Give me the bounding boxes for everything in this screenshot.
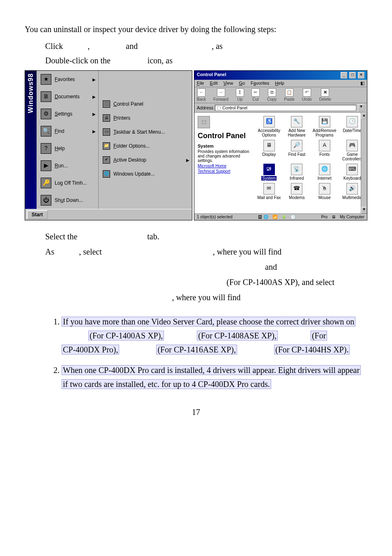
- menu-logo-icon: ◧: [360, 81, 364, 86]
- tb-delete[interactable]: ✖Delete: [319, 88, 331, 102]
- w-comma: ,: [88, 42, 90, 51]
- cp-item-fonts[interactable]: AFonts: [311, 139, 338, 162]
- menu-find[interactable]: 🔍 Find▶: [37, 123, 98, 140]
- post-screenshot-text: Select the tab. As , select , where you …: [25, 232, 367, 302]
- submenu-folder[interactable]: 📁 Folder Options...: [99, 139, 192, 153]
- submenu-taskbar[interactable]: ▭ Taskbar & Start Menu...: [99, 125, 192, 139]
- sidebar-link-techsupport[interactable]: Technical Support: [198, 169, 251, 174]
- scroll-down-button[interactable]: ▼: [361, 207, 367, 213]
- taskbar-icon: ▭: [103, 128, 110, 136]
- menu-help[interactable]: ? Help: [37, 140, 98, 157]
- tb-back[interactable]: ←Back: [197, 88, 206, 102]
- menu-documents[interactable]: 🗎 Documents▶: [37, 88, 98, 105]
- menu-edit[interactable]: Edit: [210, 81, 218, 86]
- documents-icon: 🗎: [41, 91, 51, 102]
- submenu-printers[interactable]: 🖨 Printers: [99, 111, 192, 125]
- cp-scrollbar[interactable]: ▲ ▼: [361, 113, 367, 213]
- sidebar-link-mshome[interactable]: Microsoft Home: [198, 164, 251, 168]
- tb-undo[interactable]: ↶Undo: [302, 88, 312, 102]
- w-dbl: Double-click on the: [45, 56, 111, 65]
- w-where: , where you will find: [213, 247, 281, 256]
- sidebar-cp-icon: ⬚: [198, 116, 210, 128]
- status-pro: Pro: [321, 215, 327, 219]
- minimize-button[interactable]: _: [341, 72, 347, 79]
- w-and: and: [126, 42, 138, 51]
- tb-copy[interactable]: ⧉Copy: [267, 88, 277, 102]
- tb-paste[interactable]: 📋Paste: [284, 88, 295, 102]
- submenu-update[interactable]: 🌐 Windows Update...: [99, 167, 192, 181]
- note2-line2: if two cards are installed, etc. for up …: [62, 379, 271, 389]
- menu-run[interactable]: ▶ Run...: [37, 157, 98, 174]
- w-forcp: (For CP-1400AS XP), and select: [226, 278, 334, 287]
- w-as: , as: [212, 42, 223, 51]
- cp-window-buttons: _ □ ×: [340, 72, 364, 79]
- tray-divider: 📶: [272, 215, 277, 219]
- logoff-label: Log Off Timh...: [55, 180, 87, 186]
- step-line-2: Double-click on the icon, as: [25, 56, 367, 65]
- cp-addressbar: Address ⬚ Control Panel ▼: [194, 103, 367, 113]
- menu-go[interactable]: Go: [239, 81, 245, 86]
- w-selectthe: Select the: [45, 232, 77, 241]
- w-click: Click: [45, 42, 63, 51]
- note1-cp1404: (For CP-1404HS XP).: [274, 345, 350, 354]
- help-icon: ?: [41, 143, 51, 154]
- menu-file[interactable]: File: [197, 81, 204, 86]
- shutdown-icon: ⏻: [41, 195, 51, 206]
- cp-item-addnew[interactable]: 🔧Add New Hardware: [284, 115, 310, 138]
- addr-field[interactable]: ⬚ Control Panel: [215, 105, 356, 111]
- cp-item-internet[interactable]: 🌐Internet: [311, 163, 338, 181]
- maximize-button[interactable]: □: [349, 72, 356, 79]
- page-number: 17: [25, 408, 367, 417]
- w-tab: tab.: [147, 232, 159, 241]
- close-button[interactable]: ×: [358, 72, 364, 79]
- tray-misc-icon: 🔋: [281, 215, 286, 219]
- menu-fav[interactable]: Favorites: [251, 81, 269, 86]
- cp-item-addremove[interactable]: 💾Add/Remove Programs: [311, 115, 338, 138]
- sidebar-desc: Provides system information and changes …: [198, 149, 251, 163]
- w-and2: and: [265, 262, 277, 271]
- addr-value: Control Panel: [222, 106, 247, 110]
- submenu-active[interactable]: ✔ Active Desktop▶: [99, 153, 192, 167]
- note-2: When one CP-400DX Pro card is installed,…: [62, 363, 367, 391]
- cp-item-mailfax[interactable]: ✉Mail and Fax: [256, 182, 282, 201]
- cp-item-mouse[interactable]: 🖱Mouse: [311, 182, 338, 201]
- menu-view[interactable]: View: [224, 81, 233, 86]
- cp-item-findfast[interactable]: 🔎Find Fast: [284, 139, 310, 162]
- notes-block: If you have more than one Video Server C…: [25, 315, 367, 391]
- note1-for: (For: [311, 331, 327, 341]
- status-left: 1 object(s) selected: [197, 215, 233, 219]
- cp-titlebar: Control Panel _ □ ×: [194, 71, 367, 80]
- tray-time-icon: 🕒: [291, 215, 295, 219]
- start-button[interactable]: Start: [27, 210, 48, 219]
- menu-settings[interactable]: ⚙ Settings▶: [37, 105, 98, 123]
- tb-forward[interactable]: →Forward: [213, 88, 228, 102]
- cp-item-infrared[interactable]: 📡Infrared: [284, 163, 310, 181]
- cp-title-text: Control Panel: [197, 72, 226, 79]
- menu-help[interactable]: Help: [275, 81, 284, 86]
- cp-toolbar: ←Back →Forward ↥Up ✂Cut ⧉Copy 📋Paste ↶Un…: [194, 87, 367, 103]
- logoff-icon: 🔑: [41, 178, 51, 188]
- winupdate-icon: 🌐: [103, 170, 110, 178]
- cp-item-accessibility[interactable]: ♿Accessibility Options: [256, 115, 282, 138]
- cp-item-modems[interactable]: ☎Modems: [284, 182, 310, 201]
- note1-cp1416: (For CP-1416ASE XP),: [156, 345, 237, 354]
- addr-dropdown-button[interactable]: ▼: [358, 104, 364, 111]
- start-col1: ★ Favorites▶ 🗎 Documents▶ ⚙ Settings▶ 🔍 …: [37, 71, 99, 209]
- tb-cut[interactable]: ✂Cut: [251, 88, 260, 102]
- run-icon: ▶: [41, 160, 51, 171]
- tray-icons: 🖼 🌐: [258, 215, 268, 219]
- menu-logoff[interactable]: 🔑 Log Off Timh...: [37, 174, 98, 192]
- folder-icon: 📁: [103, 142, 110, 150]
- menu-shutdown[interactable]: ⏻ Shut Down...: [37, 192, 98, 209]
- tb-up[interactable]: ↥Up: [236, 88, 244, 102]
- submenu-controlpanel[interactable]: ⬚ Control Panel: [99, 97, 192, 111]
- scroll-up-button[interactable]: ▲: [361, 113, 367, 119]
- note1-cp400: CP-400DX Pro),: [62, 345, 119, 354]
- cp-iconpane: ♿Accessibility Options 🔧Add New Hardware…: [254, 113, 367, 213]
- mycomputer-icon: 🖥: [332, 215, 336, 219]
- menu-favorites[interactable]: ★ Favorites▶: [37, 71, 98, 88]
- controlpanel-icon: ⬚: [103, 100, 110, 108]
- status-mycomputer: My Computer: [340, 215, 364, 219]
- cp-item-system[interactable]: 🖳System: [256, 163, 282, 181]
- cp-item-display[interactable]: 🖥Display: [256, 139, 282, 162]
